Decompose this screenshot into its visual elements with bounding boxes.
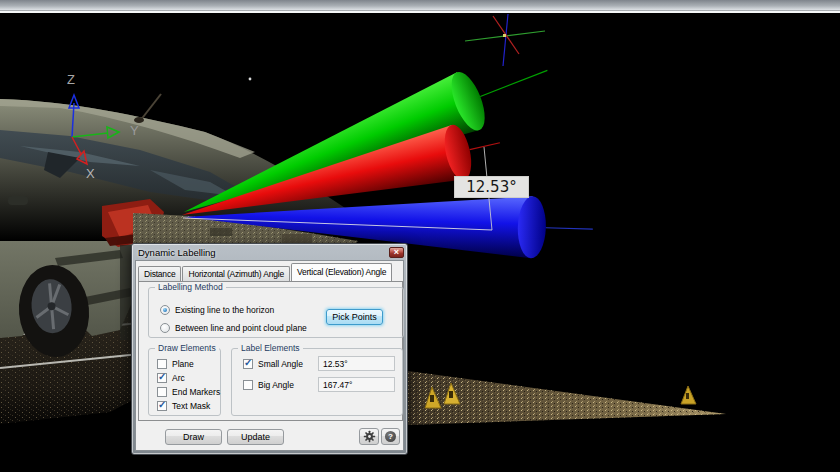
close-icon[interactable]: × (389, 247, 404, 258)
3d-viewport[interactable]: Z Y X (0, 0, 840, 472)
checkbox[interactable] (243, 359, 253, 369)
axis-y-label: Y (130, 123, 139, 138)
checkbox[interactable] (157, 373, 167, 383)
window-chrome-bar (0, 0, 840, 13)
car-antenna (140, 94, 161, 121)
checkbox-small-angle[interactable]: Small Angle (243, 359, 303, 369)
checkbox[interactable] (157, 401, 167, 411)
big-angle-value-field[interactable]: 167.47° (318, 377, 395, 392)
door-handle (8, 196, 28, 205)
draw-elements-group: Draw Elements Plane Arc End Markers (148, 348, 221, 416)
checkbox-text-mask[interactable]: Text Mask (157, 401, 210, 411)
radio-existing-line-to-horizon[interactable]: Existing line to the horizon (160, 305, 274, 315)
help-button[interactable]: ? (381, 428, 400, 445)
small-angle-value-field[interactable]: 12.53° (318, 356, 395, 371)
dialog-title: Dynamic Labelling (138, 247, 216, 258)
gear-icon (363, 430, 376, 443)
evidence-marker (681, 386, 696, 404)
dynamic-labelling-dialog[interactable]: Dynamic Labelling × Distance Horizontal … (131, 243, 408, 455)
road-point-cloud (408, 371, 726, 425)
tab-distance[interactable]: Distance (138, 266, 181, 281)
radio-label: Between line and point cloud plane (175, 323, 307, 333)
draw-button[interactable]: Draw (165, 429, 222, 445)
labelling-method-legend: Labelling Method (155, 282, 226, 292)
radio-between-line-and-point-cloud-plane[interactable]: Between line and point cloud plane (160, 323, 307, 333)
angle-measurement-label: 12.53° (454, 176, 529, 198)
tab-page-vertical-elevation: Labelling Method Existing line to the ho… (138, 281, 403, 421)
radio-button[interactable] (160, 305, 170, 315)
view-axis-crosshair (465, 14, 545, 66)
checkbox[interactable] (243, 380, 253, 390)
help-icon: ? (385, 431, 396, 442)
checkbox[interactable] (157, 387, 167, 397)
radio-label: Existing line to the horizon (175, 305, 274, 315)
axis-x-label: X (86, 166, 95, 181)
tab-horizontal-azimuth-angle[interactable]: Horizontal (Azimuth) Angle (182, 266, 289, 281)
radio-button[interactable] (160, 323, 170, 333)
label-elements-group: Label Elements Small Angle 12.53° Big An… (231, 348, 403, 416)
dialog-titlebar[interactable]: Dynamic Labelling (135, 246, 404, 260)
checkbox-big-angle[interactable]: Big Angle (243, 380, 294, 390)
tab-vertical-elevation-angle[interactable]: Vertical (Elevation) Angle (291, 263, 392, 281)
tab-strip: Distance Horizontal (Azimuth) Angle Vert… (138, 263, 401, 281)
settings-button[interactable] (359, 428, 379, 445)
pick-points-button[interactable]: Pick Points (326, 309, 383, 325)
axis-z-label: Z (67, 72, 75, 87)
dialog-client-area: Distance Horizontal (Azimuth) Angle Vert… (135, 260, 404, 451)
update-button[interactable]: Update (227, 429, 284, 445)
checkbox-arc[interactable]: Arc (157, 373, 185, 383)
label-elements-legend: Label Elements (238, 343, 303, 353)
stray-point (249, 78, 252, 81)
application-window: Z Y X 12.53° Dynamic Labelling × Distanc… (0, 0, 840, 472)
draw-elements-legend: Draw Elements (155, 343, 219, 353)
checkbox-plane[interactable]: Plane (157, 359, 194, 369)
labelling-method-group: Labelling Method Existing line to the ho… (148, 287, 404, 338)
checkbox-end-markers[interactable]: End Markers (157, 387, 220, 397)
checkbox[interactable] (157, 359, 167, 369)
